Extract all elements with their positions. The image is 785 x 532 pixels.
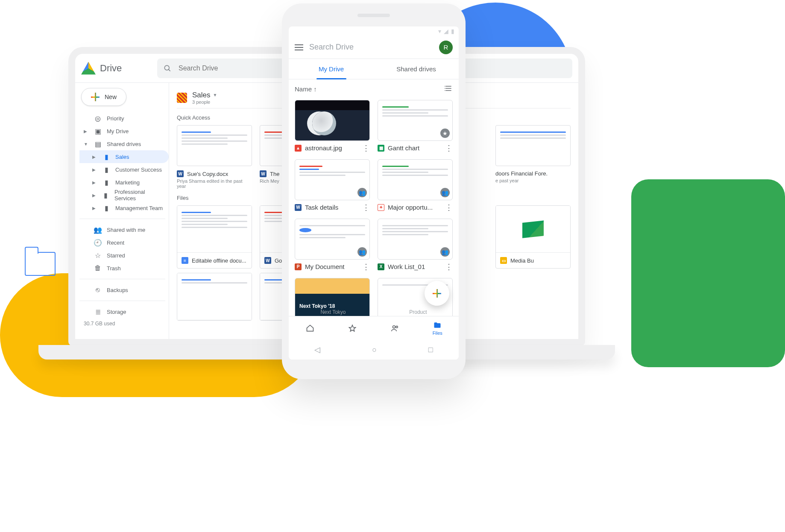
- view-list-icon[interactable]: [444, 84, 453, 94]
- new-button-label: New: [105, 94, 117, 100]
- sidebar-item-marketing[interactable]: ▶▮Marketing: [79, 176, 169, 189]
- drive-logo[interactable]: Drive: [81, 62, 157, 75]
- sidebar-item-storage[interactable]: ≣Storage: [79, 305, 169, 318]
- hamburger-menu-icon[interactable]: [295, 44, 303, 50]
- sidebar-item-shared-drives[interactable]: ▼▤Shared drives: [79, 137, 169, 150]
- excel-file-icon: X: [378, 263, 384, 270]
- doc-thumbnail: 👥: [295, 219, 370, 260]
- drive-triangle-icon: [81, 62, 96, 75]
- new-button[interactable]: New: [81, 88, 126, 106]
- sidebar-item-my-drive[interactable]: ▶▣My Drive: [79, 125, 169, 137]
- nav-files-label: Files: [433, 330, 442, 336]
- expand-icon[interactable]: ▶: [92, 193, 97, 198]
- decorative-folder-outline: [25, 252, 56, 276]
- star-badge-icon: ★: [440, 129, 450, 138]
- quick-access-item[interactable]: WSue's Copy.docx Priya Sharma edited in …: [177, 125, 252, 189]
- file-card-gantt[interactable]: ★ ▦Gantt chart⋮: [378, 100, 453, 152]
- home-icon: [306, 324, 314, 333]
- expand-icon[interactable]: ▶: [84, 129, 89, 134]
- bottom-nav: Files: [289, 316, 459, 340]
- sidebar-item-management-team[interactable]: ▶▮Management Team: [79, 202, 169, 214]
- expand-icon[interactable]: ▶: [92, 167, 97, 172]
- folder-icon: [433, 321, 442, 330]
- sort-label: Name: [295, 85, 312, 93]
- svg-line-1: [169, 69, 170, 71]
- mobile-tabs: My Drive Shared drives: [289, 59, 459, 79]
- nav-starred[interactable]: [331, 316, 374, 340]
- storage-icon: ≣: [94, 308, 102, 316]
- drive-icon: ▣: [94, 127, 102, 135]
- sidebar-item-professional-services[interactable]: ▶▮Professional Services: [79, 189, 169, 202]
- phone-device: ▾ ◢ ▮ Search Drive R My Drive Shared dri…: [282, 3, 466, 379]
- doc-thumbnail: [177, 125, 252, 166]
- file-name: Gantt chart: [388, 144, 419, 152]
- expand-icon[interactable]: ▶: [92, 155, 97, 159]
- sort-direction-icon: ↑: [313, 85, 317, 93]
- storage-used-label: 30.7 GB used: [79, 318, 169, 329]
- sidebar-item-sales[interactable]: ▶▮Sales: [79, 150, 169, 163]
- sidebar-item-shared-with-me[interactable]: 👥Shared with me: [79, 223, 169, 236]
- sidebar-item-customer-success[interactable]: ▶▮Customer Success: [79, 163, 169, 176]
- file-card-work-list[interactable]: 👥 XWork List_01⋮: [378, 219, 453, 270]
- powerpoint-file-icon: P: [295, 263, 302, 270]
- sidebar-item-priority[interactable]: ◎Priority: [79, 112, 169, 125]
- svg-point-6: [445, 88, 445, 89]
- svg-point-9: [396, 326, 398, 327]
- file-card[interactable]: [177, 273, 252, 321]
- tab-shared-drives[interactable]: Shared drives: [374, 59, 459, 79]
- slide-thumbnail: [496, 206, 570, 253]
- shared-drives-icon: ▤: [94, 140, 102, 148]
- file-card-my-document[interactable]: 👥 PMy Document⋮: [295, 219, 370, 270]
- sidebar-item-recent[interactable]: 🕘Recent: [79, 236, 169, 249]
- sidebar-item-trash[interactable]: 🗑Trash: [79, 262, 169, 275]
- file-name: Task details: [305, 204, 338, 211]
- home-button[interactable]: ○: [372, 345, 377, 354]
- recents-button[interactable]: □: [428, 345, 433, 354]
- shared-badge-icon: 👥: [357, 247, 367, 257]
- file-card-major-opportunity[interactable]: 👥 ✦Major opportu...⋮: [378, 159, 453, 211]
- status-bar: ▾ ◢ ▮: [289, 26, 459, 36]
- file-subtitle: e past year: [495, 178, 571, 183]
- file-card-astronaut[interactable]: ▲astronaut.jpg⋮: [295, 100, 370, 152]
- file-name: doors Financial Fore.: [495, 170, 548, 177]
- mobile-search-bar[interactable]: Search Drive R: [289, 36, 459, 59]
- nav-home[interactable]: [289, 316, 331, 340]
- nav-shared[interactable]: [374, 316, 416, 340]
- account-avatar[interactable]: R: [439, 41, 453, 54]
- nav-files[interactable]: Files: [416, 316, 459, 340]
- file-card[interactable]: ≡Editable offline docu...: [177, 205, 252, 269]
- search-placeholder[interactable]: Search Drive: [309, 43, 433, 52]
- clock-icon: 🕘: [94, 239, 102, 246]
- sidebar-item-backups[interactable]: ⎋Backups: [79, 284, 169, 296]
- file-name: Work List_01: [388, 263, 425, 270]
- shared-badge-icon: 👥: [440, 247, 450, 257]
- expand-icon[interactable]: ▶: [92, 180, 97, 185]
- team-drive-icon: ▮: [103, 153, 110, 161]
- decorative-green-shape: [631, 179, 785, 367]
- file-card[interactable]: ▭Media Bu: [495, 205, 571, 269]
- svg-point-0: [164, 65, 169, 70]
- collapse-icon[interactable]: ▼: [84, 142, 89, 146]
- team-drive-icon: ▮: [103, 204, 110, 212]
- sheets-file-icon: ▦: [378, 145, 384, 152]
- app-title: Drive: [100, 63, 122, 74]
- sort-button[interactable]: Name ↑: [295, 85, 317, 93]
- quick-access-item[interactable]: doors Financial Fore. e past year: [495, 125, 571, 189]
- file-name: Editable offline docu...: [192, 257, 246, 264]
- file-name: Media Bu: [510, 257, 534, 264]
- sidebar-item-starred[interactable]: ☆Starred: [79, 249, 169, 262]
- back-button[interactable]: ◁: [314, 345, 320, 354]
- phone-screen: ▾ ◢ ▮ Search Drive R My Drive Shared dri…: [289, 26, 459, 360]
- tab-my-drive[interactable]: My Drive: [289, 59, 374, 79]
- file-name: astronaut.jpg: [305, 144, 342, 152]
- svg-point-8: [392, 325, 395, 328]
- shared-badge-icon: 👥: [357, 188, 367, 197]
- search-icon: [163, 64, 172, 73]
- expand-icon[interactable]: ▶: [92, 206, 97, 210]
- file-name: Major opportu...: [388, 204, 433, 211]
- doc-thumbnail: [177, 273, 252, 320]
- sidebar: New ◎Priority ▶▣My Drive ▼▤Shared drives…: [75, 83, 169, 339]
- chevron-down-icon[interactable]: ▼: [213, 93, 217, 97]
- file-card-task-details[interactable]: 👥 WTask details⋮: [295, 159, 370, 211]
- fab-new-button[interactable]: [425, 281, 449, 306]
